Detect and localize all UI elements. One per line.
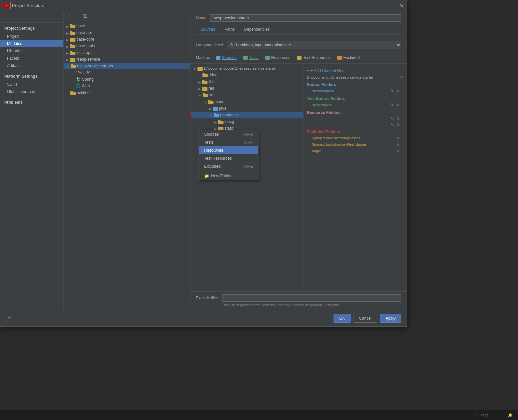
tree-item-web[interactable]: 🌐 Web: [64, 83, 190, 89]
svg-rect-25: [203, 93, 205, 95]
help-button[interactable]: ?: [6, 316, 12, 322]
mark-test-resources-button[interactable]: Test Resources: [295, 55, 333, 61]
source-folder-path: src\main\java: [310, 88, 337, 94]
test-source-folders-title: Test Source Folders: [307, 94, 403, 102]
apply-button[interactable]: Apply: [380, 314, 401, 323]
svg-rect-27: [208, 100, 210, 101]
ctx-new-folder[interactable]: 📁 New Folder...: [199, 172, 258, 180]
file-tree-jeecg[interactable]: jeecg: [190, 118, 303, 125]
resource-folder-path2: [310, 124, 315, 125]
tree-item-base-api[interactable]: base-api: [64, 29, 190, 36]
language-level-label: Language level:: [196, 43, 224, 47]
tree-item-base[interactable]: base: [64, 23, 190, 29]
excluded-path-2: ${project.build.directory}\test-classes: [310, 142, 369, 147]
tree-item-rsesp-service[interactable]: rsesp-service: [64, 56, 190, 63]
svg-rect-3: [70, 31, 72, 32]
title-bar: P Project Structure ✕: [0, 0, 407, 11]
tab-dependencies[interactable]: Dependencies: [239, 25, 275, 34]
tree-item-base-core[interactable]: base-core: [64, 36, 190, 43]
tree-item-rsesp-service-starter[interactable]: rsesp-service-starter: [64, 63, 190, 69]
ctx-excluded[interactable]: Excluded Alt+E: [199, 162, 258, 170]
sidebar-item-libraries[interactable]: Libraries: [0, 47, 63, 55]
remove-content-root-button[interactable]: ✕: [400, 75, 403, 80]
new-folder-icon: 📁: [204, 174, 209, 178]
mark-as-row: Mark as: Sources Tests Resources Test Re…: [190, 52, 407, 64]
ctx-sources[interactable]: Sources Alt+S: [199, 130, 258, 138]
tree-item-untitled[interactable]: untitled: [64, 89, 190, 96]
file-tree-main[interactable]: main: [190, 98, 303, 105]
remove-excluded-path1-button[interactable]: ✕: [396, 136, 401, 141]
tree-item-jpa[interactable]: JPA JPA: [64, 69, 190, 76]
platform-settings-header: Platform Settings: [0, 72, 63, 81]
file-tree-java[interactable]: java: [190, 105, 303, 112]
file-tree-idea[interactable]: .idea: [190, 72, 303, 78]
mark-excluded-button[interactable]: Excluded: [335, 55, 362, 61]
file-tree-src[interactable]: src: [190, 92, 303, 98]
tab-paths[interactable]: Paths: [220, 25, 239, 34]
mark-resources-button[interactable]: Resources: [263, 55, 292, 61]
remove-resource-folder2-button[interactable]: ✕: [396, 122, 401, 127]
mark-tests-button[interactable]: Tests: [241, 55, 261, 61]
svg-rect-29: [213, 107, 215, 108]
ctx-resources[interactable]: Resources: [199, 146, 258, 154]
file-tree-resources[interactable]: resources: [190, 112, 303, 118]
mark-sources-button[interactable]: Sources: [214, 55, 238, 61]
svg-rect-23: [202, 87, 204, 88]
svg-rect-33: [218, 120, 220, 121]
svg-rect-31: [214, 113, 216, 115]
svg-rect-1: [70, 24, 72, 26]
exclude-files-input[interactable]: [222, 294, 401, 302]
svg-rect-13: [71, 64, 73, 66]
name-input[interactable]: [210, 14, 401, 22]
edit-resource-folder2-button[interactable]: ✎: [390, 122, 395, 127]
add-content-root-icon: +: [307, 68, 309, 73]
sidebar-item-facets[interactable]: Facets: [0, 55, 63, 62]
title-text: Project Structure: [10, 2, 46, 9]
svg-rect-9: [70, 51, 72, 52]
sidebar-item-project[interactable]: Project: [0, 33, 63, 40]
language-level-select[interactable]: 8 - Lambdas, type annotations etc.: [227, 41, 401, 49]
svg-rect-21: [202, 80, 204, 81]
nav-forward-button[interactable]: →: [12, 15, 20, 21]
remove-module-button[interactable]: −: [74, 12, 80, 20]
remove-source-folder-button[interactable]: ✕: [396, 89, 401, 93]
tree-toolbar: + − ⧉: [64, 11, 190, 21]
name-label: Name:: [196, 16, 207, 20]
add-module-button[interactable]: +: [66, 12, 72, 20]
tree-item-base-tools[interactable]: base-tools: [64, 43, 190, 49]
sidebar-item-global-libraries[interactable]: Global Libraries: [0, 88, 63, 95]
bottom-watermark: CSDN @ ..................🔔: [0, 410, 518, 420]
edit-test-source-folder-button[interactable]: ✎: [390, 103, 395, 107]
file-tree-libs[interactable]: libs: [190, 78, 303, 85]
tree-item-spring[interactable]: 🍃 Spring: [64, 76, 190, 83]
resource-folder-edit-row: ✎ ✕: [390, 116, 401, 121]
remove-test-source-folder-button[interactable]: ✕: [396, 103, 401, 107]
add-content-root-button[interactable]: + + Add Content Root: [307, 67, 403, 74]
ok-button[interactable]: OK: [334, 314, 351, 323]
tree-item-local-api[interactable]: local-api: [64, 49, 190, 56]
ctx-tests[interactable]: Tests Alt+T: [199, 138, 258, 146]
remove-resource-folder-button[interactable]: ✕: [396, 116, 401, 121]
nav-back-button[interactable]: ←: [3, 15, 11, 21]
ctx-test-resources[interactable]: Test Resources: [199, 154, 258, 162]
edit-source-folder-button[interactable]: ✎: [390, 89, 395, 93]
file-tree-root[interactable]: D:\document\code\One\rsesp-service-start…: [190, 65, 303, 72]
close-button[interactable]: ✕: [400, 2, 404, 9]
title-icon-letter: P: [5, 4, 7, 7]
sources-mark-icon: [216, 56, 220, 60]
problems-header[interactable]: Problems: [0, 98, 63, 107]
sidebar-item-sdks[interactable]: SDKs: [0, 81, 63, 88]
excluded-path-3: target: [310, 148, 324, 153]
exclude-row: Exclude files:: [196, 294, 401, 302]
module-tree-panel: + − ⧉ base base-api: [64, 11, 190, 310]
sidebar-item-artifacts[interactable]: Artifacts: [0, 62, 63, 69]
sidebar-item-modules[interactable]: Modules: [0, 40, 63, 47]
tab-sources[interactable]: Sources: [196, 25, 220, 34]
file-tree-res[interactable]: res: [190, 85, 303, 92]
cancel-button[interactable]: Cancel: [354, 314, 377, 323]
remove-excluded-path2-button[interactable]: ✕: [396, 142, 401, 147]
edit-resource-folder-button[interactable]: ✎: [390, 116, 395, 121]
name-row: Name:: [196, 14, 401, 22]
remove-excluded-path3-button[interactable]: ✕: [396, 149, 401, 153]
copy-module-button[interactable]: ⧉: [82, 12, 88, 20]
